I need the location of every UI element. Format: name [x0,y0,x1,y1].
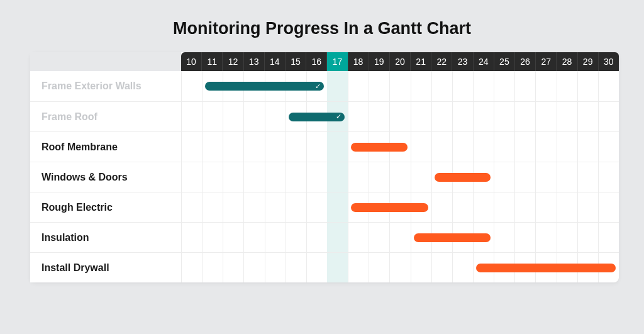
date-header-cell: 12 [223,52,243,71]
grid-cell [265,223,286,252]
task-bar-done[interactable]: ✓ [205,82,324,91]
date-header-cell: 15 [286,52,306,71]
grid-cell [369,253,389,282]
grid-cell [223,132,243,162]
grid-cell [452,71,473,101]
grid-cell [265,192,286,222]
grid-cell [431,253,452,282]
row-grid [181,223,619,252]
task-row: Rough Electric [30,192,619,222]
task-row: Windows & Doors [30,162,619,192]
date-header-cell: 29 [578,52,599,71]
date-header-cell: 19 [369,52,390,71]
grid-cell [411,71,431,101]
today-highlight [327,71,348,101]
grid-cell [598,132,619,162]
grid-cell [514,71,535,101]
today-highlight [327,223,348,252]
grid-cell [473,132,494,162]
grid-cell [265,132,286,162]
grid-cell [598,162,619,192]
grid-cell [514,223,535,252]
chart-title: Monitoring Progress In a Gantt Chart [0,0,644,52]
grid-cell [265,162,286,192]
grid-cell [286,192,306,222]
grid-cell [494,223,514,252]
grid-cell [557,162,577,192]
task-bar[interactable] [351,143,407,152]
grid-cell [243,223,264,252]
gantt-container: 1011121314151617181920212223242526272829… [30,52,619,282]
date-header-cell: 22 [431,52,452,71]
grid-cell [452,253,473,282]
date-header-cell: 18 [348,52,369,71]
grid-cell [348,223,369,252]
grid-cell [389,162,410,192]
task-bar[interactable] [351,203,428,212]
gantt-body: Frame Exterior Walls✓Frame Roof✓Roof Mem… [30,71,619,282]
grid-cell [577,192,598,222]
task-bar[interactable] [435,173,491,182]
grid-cell [348,162,369,192]
check-icon: ✓ [315,83,321,90]
grid-cell [557,223,577,252]
grid-cell [389,102,410,131]
check-icon: ✓ [336,113,341,120]
label-column-spacer [30,52,181,71]
grid-cell [202,102,223,131]
date-header-cell: 13 [244,52,265,71]
grid-cell [598,102,619,131]
grid-cell [181,223,202,252]
grid-cell [369,71,389,101]
date-header-cell: 28 [557,52,577,71]
today-highlight [327,192,348,222]
grid-cell [535,132,556,162]
task-label: Insulation [30,223,181,252]
grid-cell [494,132,514,162]
grid-cell [535,71,556,101]
grid-cell [202,162,223,192]
task-row: Frame Roof✓ [30,101,619,131]
task-row: Frame Exterior Walls✓ [30,71,619,101]
grid-cell [286,132,306,162]
date-header-cell: 26 [515,52,536,71]
grid-cell [243,132,264,162]
date-header-cell: 16 [306,52,327,71]
task-label: Frame Exterior Walls [30,71,181,101]
date-header-cell: 14 [265,52,286,71]
grid-cell [306,192,327,222]
grid-cell [514,192,535,222]
grid-cell [306,253,327,282]
grid-cell [411,162,431,192]
today-highlight [327,162,348,192]
date-header-cell: 11 [202,52,223,71]
grid-cell [181,162,202,192]
task-bar[interactable] [414,233,491,242]
grid-cell [452,102,473,131]
grid-cell [369,223,389,252]
grid-cell [369,162,389,192]
grid-cell [265,102,286,131]
task-bar-done[interactable]: ✓ [289,113,345,121]
date-header-cell: 27 [536,52,557,71]
date-header-cell: 21 [411,52,431,71]
task-bar[interactable] [476,264,616,272]
row-grid: ✓ [181,102,619,131]
grid-cell [577,102,598,131]
grid-cell [389,71,410,101]
grid-cell [181,102,202,131]
date-header-cell: 30 [599,52,619,71]
grid-cell [473,192,494,222]
grid-cell [389,223,410,252]
task-label: Rough Electric [30,192,181,222]
grid-cell [202,223,223,252]
grid-cell [577,223,598,252]
grid-cell [243,162,264,192]
grid-cell [598,192,619,222]
grid-cell [577,132,598,162]
date-header-cell: 20 [390,52,411,71]
date-header-cell: 10 [181,52,202,71]
grid-cell [411,253,431,282]
grid-cell [557,192,577,222]
grid-cell [243,192,264,222]
